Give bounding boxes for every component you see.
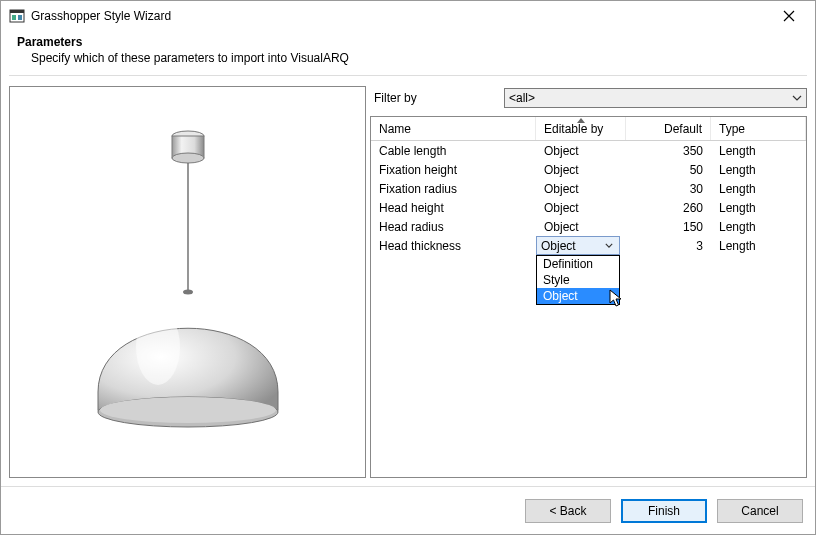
- preview-pane: [9, 86, 366, 478]
- cell-default: 350: [626, 141, 711, 160]
- filter-select-value: <all>: [509, 91, 535, 105]
- dialog-header: Parameters Specify which of these parame…: [1, 31, 815, 75]
- cell-editable-by: Object: [536, 160, 626, 179]
- dropdown-option-object[interactable]: Object: [537, 288, 619, 304]
- cell-type: Length: [711, 141, 806, 160]
- table-row[interactable]: Fixation height Object 50 Length: [371, 160, 806, 179]
- col-header-type[interactable]: Type: [711, 117, 806, 140]
- dialog-body: Filter by <all> Name Editable by Default…: [1, 76, 815, 486]
- svg-point-10: [183, 290, 193, 295]
- cell-name: Fixation radius: [371, 179, 536, 198]
- cell-name: Cable length: [371, 141, 536, 160]
- svg-point-11: [136, 309, 180, 385]
- app-icon: [9, 8, 25, 24]
- filter-label: Filter by: [374, 91, 494, 105]
- cell-editable-by: Object: [536, 217, 626, 236]
- filter-select[interactable]: <all>: [504, 88, 807, 108]
- grid-body: Cable length Object 350 Length Fixation …: [371, 141, 806, 477]
- table-row[interactable]: Head height Object 260 Length: [371, 198, 806, 217]
- window-title: Grasshopper Style Wizard: [31, 9, 769, 23]
- section-title: Parameters: [17, 35, 799, 49]
- svg-rect-3: [18, 15, 22, 20]
- editable-by-dropdown[interactable]: Definition Style Object: [536, 255, 620, 305]
- col-header-editable-by[interactable]: Editable by: [536, 117, 626, 140]
- cell-name: Fixation height: [371, 160, 536, 179]
- table-row[interactable]: Head thickness Object 3 Length: [371, 236, 806, 255]
- cell-type: Length: [711, 198, 806, 217]
- parameters-panel: Filter by <all> Name Editable by Default…: [370, 86, 807, 478]
- cell-name: Head thickness: [371, 236, 536, 255]
- lamp-preview-icon: [18, 92, 358, 472]
- svg-point-9: [100, 397, 276, 423]
- svg-point-6: [172, 153, 204, 163]
- svg-rect-2: [12, 15, 16, 20]
- section-desc: Specify which of these parameters to imp…: [17, 51, 799, 65]
- table-row[interactable]: Head radius Object 150 Length: [371, 217, 806, 236]
- table-row[interactable]: Cable length Object 350 Length: [371, 141, 806, 160]
- editable-by-select[interactable]: Object: [536, 236, 620, 255]
- cell-default: 260: [626, 198, 711, 217]
- cell-name: Head height: [371, 198, 536, 217]
- cell-editable-by: Object: [536, 179, 626, 198]
- editable-by-select-value: Object: [541, 239, 576, 253]
- cell-editable-by: Object: [536, 141, 626, 160]
- cell-default: 50: [626, 160, 711, 179]
- finish-button[interactable]: Finish: [621, 499, 707, 523]
- grid-header: Name Editable by Default Type: [371, 117, 806, 141]
- cell-editable-by: Object: [536, 198, 626, 217]
- cursor-icon: [609, 289, 627, 309]
- dialog-window: Grasshopper Style Wizard Parameters Spec…: [0, 0, 816, 535]
- cell-type: Length: [711, 179, 806, 198]
- titlebar: Grasshopper Style Wizard: [1, 1, 815, 31]
- cell-type: Length: [711, 217, 806, 236]
- cell-editable-by: Object: [536, 236, 626, 255]
- chevron-down-icon: [792, 93, 802, 103]
- svg-rect-1: [10, 10, 24, 13]
- cell-default: 150: [626, 217, 711, 236]
- parameters-grid: Name Editable by Default Type Cable leng…: [370, 116, 807, 478]
- dropdown-option-definition[interactable]: Definition: [537, 256, 619, 272]
- filter-row: Filter by <all>: [370, 86, 807, 110]
- table-row[interactable]: Fixation radius Object 30 Length: [371, 179, 806, 198]
- col-header-default[interactable]: Default: [626, 117, 711, 140]
- col-header-name[interactable]: Name: [371, 117, 536, 140]
- cell-type: Length: [711, 236, 806, 255]
- cell-default: 3: [626, 236, 711, 255]
- dropdown-option-style[interactable]: Style: [537, 272, 619, 288]
- cell-default: 30: [626, 179, 711, 198]
- cancel-button[interactable]: Cancel: [717, 499, 803, 523]
- close-icon: [783, 10, 795, 22]
- back-button[interactable]: < Back: [525, 499, 611, 523]
- cell-type: Length: [711, 160, 806, 179]
- dialog-footer: < Back Finish Cancel: [1, 486, 815, 534]
- close-button[interactable]: [769, 2, 809, 30]
- chevron-down-icon: [601, 238, 616, 253]
- cell-name: Head radius: [371, 217, 536, 236]
